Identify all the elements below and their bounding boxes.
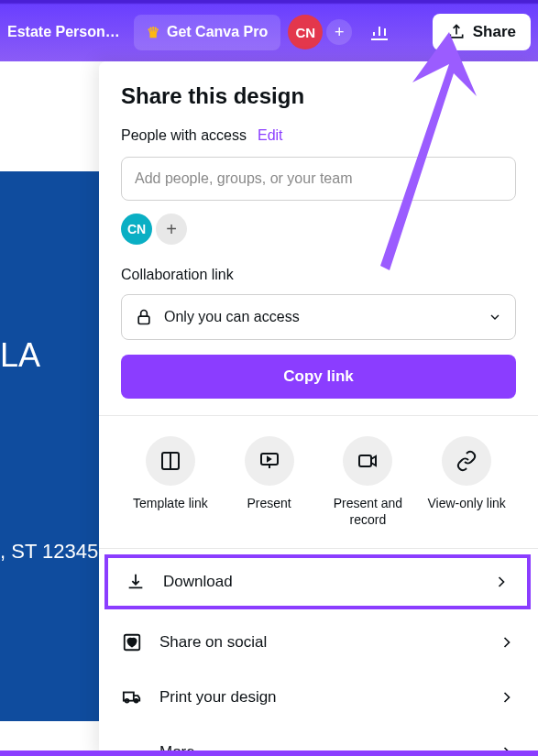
svg-rect-0 bbox=[138, 316, 149, 323]
template-icon bbox=[159, 450, 181, 472]
panel-title: Share this design bbox=[121, 83, 516, 109]
link-icon bbox=[456, 450, 478, 472]
access-label: People with access bbox=[121, 127, 247, 144]
download-label: Download bbox=[163, 573, 476, 591]
add-person-button[interactable]: + bbox=[156, 214, 187, 245]
bottom-accent-bar bbox=[0, 751, 538, 756]
share-label: Share bbox=[473, 23, 516, 41]
view-only-option[interactable]: View-only link bbox=[421, 436, 512, 528]
social-label: Share on social bbox=[159, 633, 481, 652]
heart-icon bbox=[122, 632, 142, 652]
add-people-input[interactable] bbox=[121, 157, 516, 201]
present-option[interactable]: Present bbox=[224, 436, 315, 528]
access-level-select[interactable]: Only you can access bbox=[121, 294, 516, 340]
print-label: Print your design bbox=[159, 688, 481, 707]
download-icon bbox=[126, 572, 146, 592]
analytics-icon bbox=[368, 21, 390, 43]
share-button[interactable]: Share bbox=[433, 14, 531, 50]
document-title[interactable]: Estate Personal... bbox=[7, 24, 126, 40]
truck-icon bbox=[122, 687, 142, 707]
crown-icon: ♛ bbox=[147, 24, 159, 41]
share-social-menu-item[interactable]: Share on social bbox=[99, 615, 538, 670]
view-only-label: View-only link bbox=[427, 495, 505, 511]
pro-label: Get Canva Pro bbox=[167, 24, 268, 40]
chevron-down-icon bbox=[488, 310, 502, 324]
collab-link-label: Collaboration link bbox=[121, 267, 516, 283]
access-select-value: Only you can access bbox=[164, 309, 477, 325]
record-icon bbox=[357, 450, 379, 472]
print-menu-item[interactable]: Print your design bbox=[99, 670, 538, 725]
user-avatar[interactable]: CN bbox=[288, 15, 323, 49]
present-icon bbox=[258, 450, 280, 472]
present-label: Present bbox=[247, 495, 291, 511]
template-label: Template link bbox=[133, 495, 208, 511]
topbar: Estate Personal... ♛ Get Canva Pro CN + … bbox=[0, 0, 538, 61]
copy-link-button[interactable]: Copy link bbox=[121, 355, 516, 399]
share-panel: Share this design People with access Edi… bbox=[99, 61, 538, 756]
collaborator-avatar[interactable]: CN bbox=[121, 214, 152, 245]
edit-access-link[interactable]: Edit bbox=[258, 127, 283, 144]
chevron-right-icon bbox=[498, 633, 516, 652]
add-collaborator-button[interactable]: + bbox=[326, 19, 352, 45]
present-record-option[interactable]: Present and record bbox=[322, 436, 413, 528]
get-pro-button[interactable]: ♛ Get Canva Pro bbox=[134, 15, 280, 50]
analytics-button[interactable] bbox=[359, 12, 400, 52]
svg-rect-3 bbox=[359, 455, 371, 466]
lock-icon bbox=[135, 308, 153, 326]
download-menu-item[interactable]: Download bbox=[104, 554, 531, 609]
present-record-label: Present and record bbox=[322, 495, 413, 528]
chevron-right-icon bbox=[498, 688, 516, 707]
chevron-right-icon bbox=[492, 573, 511, 591]
upload-icon bbox=[447, 23, 466, 41]
template-link-option[interactable]: Template link bbox=[125, 436, 216, 528]
